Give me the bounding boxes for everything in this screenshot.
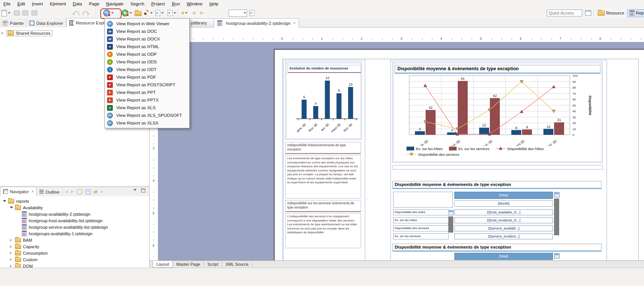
chart-evolution-element[interactable]: Evolution du nombre de ressources 6janv.… bbox=[285, 62, 362, 140]
dropdown-item-6[interactable]: TView Report as ODT bbox=[105, 66, 189, 73]
crosstab-right-handle[interactable] bbox=[554, 199, 559, 235]
dropdown-item-0[interactable]: View Report in Web Viewer bbox=[105, 20, 189, 27]
menu-window[interactable]: Window bbox=[183, 0, 206, 8]
tab-navigator[interactable]: Navigator× bbox=[0, 187, 37, 196]
dropdown-item-12[interactable]: View Report as XLS_SPUDSOFT bbox=[105, 111, 189, 119]
element-wizard-button[interactable] bbox=[249, 9, 254, 17]
horizontal-ruler[interactable]: 012345678 bbox=[158, 36, 644, 42]
chevron-down-icon[interactable] bbox=[3, 200, 6, 202]
bottom-tab-master-page[interactable]: Master Page bbox=[173, 261, 204, 268]
availability-combo-chart[interactable]: 64128104291629211009080706050403020100Di… bbox=[396, 75, 596, 146]
filters-icon[interactable]: •• bbox=[100, 189, 103, 194]
chevron-right-icon[interactable] bbox=[10, 252, 12, 255]
open-perspective-button[interactable] bbox=[585, 9, 591, 17]
menu-edit[interactable]: Edit bbox=[14, 0, 29, 8]
dropdown-item-8[interactable]: PView Report as POSTSCRIPT bbox=[105, 81, 189, 89]
back-button[interactable] bbox=[192, 9, 195, 17]
format-painter-button[interactable] bbox=[144, 9, 153, 17]
dropdown-item-9[interactable]: PView Report as PPT bbox=[105, 89, 189, 96]
report-page[interactable]: Evolution du nombre de ressources 6janv.… bbox=[274, 49, 644, 261]
tree-item-capacity[interactable]: Capacity bbox=[0, 243, 149, 250]
bottom-tab-layout[interactable]: Layout bbox=[153, 261, 173, 268]
crosstab-data-cell[interactable]: Σ[host_available_G...] bbox=[454, 209, 553, 215]
run-report-button[interactable] bbox=[122, 9, 132, 17]
crosstab-corner-cell[interactable] bbox=[393, 192, 453, 208]
undo-button[interactable] bbox=[73, 9, 79, 17]
tree-item-hostgroup-availability-2-rptdesign[interactable]: hostgroup-availability-2.rptdesign bbox=[0, 211, 149, 217]
text-body-2[interactable]: L'indisponibilité des services d'un équi… bbox=[285, 213, 361, 248]
menu-run[interactable]: Run bbox=[168, 0, 183, 8]
chart-availability-element[interactable]: Disponibilité moyenne & évènements de ty… bbox=[392, 62, 603, 163]
report-cell-right[interactable]: Disponibilité moyenne & évènements de ty… bbox=[390, 60, 607, 261]
crosstab-month-header[interactable]: [Month] bbox=[454, 200, 553, 207]
tree-item-hostgroups-availability-1-rptdesign[interactable]: hostgroups-availability-1.rptdesign bbox=[0, 230, 149, 237]
section3-year-header[interactable]: [Year] bbox=[454, 253, 553, 260]
evolution-bar-chart[interactable]: 6janv. 004févr. 0012avr. 008mars 0010fév… bbox=[287, 74, 360, 138]
dropdown-item-10[interactable]: PView Report as PPTX bbox=[105, 96, 189, 104]
dropdown-item-7[interactable]: PView Report as PDF bbox=[105, 73, 189, 81]
export-report-button[interactable] bbox=[155, 9, 164, 17]
open-report-button[interactable] bbox=[135, 9, 141, 17]
crosstab-left-handle[interactable] bbox=[448, 217, 453, 233]
tree-item-availability[interactable]: Availability bbox=[0, 204, 149, 211]
section3-title[interactable]: Disponibilité moyenne & évènements de ty… bbox=[392, 244, 602, 252]
save-all-button[interactable] bbox=[22, 9, 28, 17]
perspective-report[interactable]: Rep bbox=[627, 9, 644, 17]
tab-hostgroup-availability[interactable]: hostgroup-availability-2.rptdesign× bbox=[214, 18, 299, 28]
menu-data[interactable]: Data bbox=[69, 0, 85, 8]
dropdown-item-13[interactable]: View Report as XLSX bbox=[105, 119, 189, 127]
quick-access[interactable] bbox=[547, 9, 582, 17]
perspective-resource[interactable]: Resource bbox=[596, 9, 626, 17]
save-button[interactable] bbox=[14, 9, 20, 17]
dropdown-item-2[interactable]: WView Report as DOCX bbox=[105, 35, 189, 43]
menu-help[interactable]: Help bbox=[206, 0, 222, 8]
bottom-tab-xml-source[interactable]: XML Source bbox=[222, 261, 252, 268]
crosstab-row-label[interactable]: Ev. sur les hôtes bbox=[393, 217, 449, 223]
chevron-right-icon[interactable] bbox=[10, 258, 12, 261]
view-report-button[interactable] bbox=[103, 9, 114, 17]
tree-item-bam[interactable]: BAM bbox=[0, 237, 149, 243]
tab-palette[interactable]: Palette bbox=[0, 19, 27, 27]
dropdown-item-11[interactable]: XView Report as XLS bbox=[105, 104, 189, 111]
crosstab-handle-icon[interactable] bbox=[554, 192, 559, 197]
crosstab-data-cell[interactable]: Σ[service_incident...] bbox=[454, 233, 553, 239]
crosstab-row-handle-icon[interactable] bbox=[448, 210, 454, 215]
report-cell-left[interactable]: Evolution du nombre de ressources 6janv.… bbox=[283, 60, 365, 261]
section3-handle-icon[interactable] bbox=[554, 253, 559, 259]
chevron-down-icon[interactable] bbox=[10, 207, 13, 208]
crosstab-row-label[interactable]: Ev. sur les services bbox=[393, 233, 449, 239]
text-body-1[interactable]: Les évènements de type exception sur les… bbox=[285, 155, 361, 199]
tree-item-custom[interactable]: Custom bbox=[0, 256, 149, 263]
redo-button[interactable] bbox=[83, 9, 88, 17]
last-edit-location-button[interactable] bbox=[181, 9, 187, 17]
chevron-right-icon[interactable] bbox=[2, 32, 3, 35]
style-combo[interactable] bbox=[229, 9, 247, 17]
spacer-element[interactable] bbox=[392, 165, 603, 170]
crosstab-row-label[interactable]: Disponibilité des hôtes bbox=[393, 209, 449, 215]
tree-item-hostgroup-host-availability-list-rptdesign[interactable]: hostgroup-host-availability-list.rptdesi… bbox=[0, 217, 149, 224]
menu-navigate[interactable]: Navigate bbox=[103, 0, 127, 8]
link-editor-icon[interactable]: ⇄ bbox=[94, 189, 97, 194]
menu-search[interactable]: Search bbox=[127, 0, 148, 8]
quick-access-input[interactable] bbox=[547, 10, 582, 16]
view-menu-icon[interactable] bbox=[133, 189, 137, 192]
chevron-right-icon[interactable] bbox=[10, 245, 12, 248]
crosstab-year-header[interactable]: [Year] bbox=[454, 192, 553, 199]
tab-data-explorer[interactable]: Data Explorer bbox=[27, 19, 66, 27]
bottom-tab-script[interactable]: Script bbox=[204, 261, 222, 268]
crosstab-data-cell[interactable]: Σ[host_incidents_G...] bbox=[454, 217, 553, 223]
back-icon[interactable] bbox=[66, 190, 68, 193]
menu-page[interactable]: Page bbox=[86, 0, 103, 8]
crosstab-row-label[interactable]: Disponibilité des services bbox=[393, 225, 449, 231]
tree-item-reports[interactable]: reports bbox=[0, 198, 149, 204]
dropdown-item-3[interactable]: HView Report as HTML bbox=[105, 43, 189, 50]
dropdown-item-1[interactable]: WView Report as DOC bbox=[105, 27, 189, 35]
close-icon[interactable]: × bbox=[293, 21, 296, 25]
collapse-all-icon[interactable]: − bbox=[86, 189, 91, 194]
menu-file[interactable]: File bbox=[0, 0, 14, 8]
crosstab-title[interactable]: Disponibilité moyenne & évènements de ty… bbox=[392, 181, 602, 189]
tab-outline[interactable]: Outline bbox=[37, 187, 62, 196]
design-canvas[interactable]: Evolution du nombre de ressources 6janv.… bbox=[158, 42, 644, 261]
report-grid[interactable]: Evolution du nombre de ressources 6janv.… bbox=[282, 59, 639, 261]
crosstab[interactable]: [Year] [Month] Disponibilité des hôtesΣ[… bbox=[392, 190, 601, 242]
